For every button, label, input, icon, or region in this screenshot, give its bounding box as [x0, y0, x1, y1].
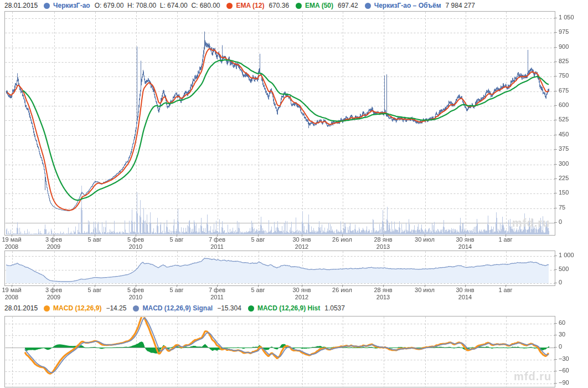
navigator-canvas[interactable] [4, 251, 555, 286]
x-axis-label: 5 авг [169, 236, 183, 243]
y-axis-label: 150 [559, 189, 569, 196]
ema50-value: 697.42 [338, 2, 358, 9]
x-axis-label: 30 янв2012 [292, 287, 311, 301]
y-axis-tick [554, 193, 557, 193]
legend-date: 28.01.2015 [4, 2, 38, 9]
hist-value: 1.0537 [324, 304, 345, 312]
ema12-name: EMA (12) [236, 2, 264, 9]
ema50-name: EMA (50) [305, 2, 333, 9]
x-axis-label: 30 янв2014 [456, 287, 474, 301]
y-axis-label: 600 [559, 101, 569, 108]
y-axis-label: 900 [559, 43, 569, 50]
y-axis-label: 225 [559, 175, 569, 181]
signal-marker-icon [133, 305, 139, 312]
x-axis-label: 19 май2008 [2, 236, 21, 251]
y-axis-tick [554, 105, 557, 106]
macd-chart-canvas[interactable] [4, 316, 555, 387]
x-axis-label: 5 авг [87, 236, 101, 243]
y-axis-label: 675 [559, 87, 569, 94]
x-axis-label: 1 авг [498, 236, 512, 243]
instrument-name: ЧеркизГ-ао [53, 2, 90, 9]
y-axis-label: −90 [559, 379, 569, 386]
watermark-macd: mfd.ru [514, 370, 551, 383]
y-axis-label: 975 [559, 28, 569, 35]
y-axis-label: −30 [559, 355, 569, 362]
y-axis-tick [554, 208, 557, 208]
y-axis-tick [554, 149, 557, 150]
signal-value: −15.304 [217, 304, 241, 312]
volume-marker-icon [365, 3, 371, 9]
x-axis-label: 26 июл [332, 287, 352, 294]
y-axis-label: 300 [559, 160, 569, 167]
x-axis-label: 19 май2008 [2, 287, 21, 301]
x-axis-label: 7 фев2011 [209, 287, 225, 301]
y-axis-label: 825 [559, 58, 569, 64]
y-axis-tick [554, 335, 557, 335]
y-axis-label: 30 [559, 331, 565, 338]
y-axis-label: 0 [559, 218, 562, 225]
x-axis-label: 3 фев2009 [45, 236, 62, 251]
macd-legend: 28.01.2015 MACD (12,26,9) −14.25 MACD (1… [4, 304, 350, 312]
y-axis-tick [554, 359, 557, 360]
x-axis-label: 5 фев2010 [127, 287, 144, 301]
x-axis-label: 7 фев2011 [209, 236, 225, 251]
y-axis-tick [554, 178, 557, 179]
macd-name: MACD (12,26,9) [53, 304, 101, 312]
x-axis-label: 1 авг [498, 287, 512, 294]
x-axis-label: 26 июл [332, 236, 352, 243]
ema12-value: 670.36 [269, 2, 289, 9]
hist-marker-icon [248, 305, 254, 312]
x-axis-label: 30 янв2014 [456, 236, 474, 251]
y-axis-label: 750 [559, 72, 569, 79]
main-chart-legend: 28.01.2015 ЧеркизГ-ао O: 679.00 H: 708.0… [4, 2, 481, 9]
signal-name: MACD (12,26,9) Signal [142, 304, 213, 312]
y-axis-tick [554, 76, 557, 76]
y-axis-tick [554, 32, 557, 33]
macd-value: −14.25 [106, 304, 126, 312]
macd-marker-icon [44, 305, 50, 312]
x-axis-label: 30 июл [415, 287, 435, 294]
macd-legend-date: 28.01.2015 [4, 304, 38, 312]
x-axis-label: 28 янв2013 [374, 236, 392, 251]
x-axis-label: 5 фев2010 [127, 236, 144, 251]
y-axis-tick [554, 283, 557, 283]
y-axis-tick [554, 347, 557, 348]
y-axis-tick [554, 18, 557, 18]
y-axis-label: 500 [559, 266, 569, 272]
hist-name: MACD (12,26,9) Hist [257, 304, 320, 312]
y-axis-label: 375 [559, 145, 569, 152]
y-axis-tick [554, 120, 557, 120]
volume-series-name: ЧеркизГ-ао – Объём [374, 2, 441, 9]
x-axis-label: 5 авг [169, 287, 183, 294]
y-axis-tick [554, 222, 557, 223]
y-axis-label: 1 050 [559, 14, 574, 21]
x-axis-label: 5 авг [251, 236, 265, 243]
y-axis-label: 450 [559, 131, 569, 137]
y-axis-tick [554, 47, 557, 48]
x-axis-label: 5 авг [251, 287, 265, 294]
x-axis-label: 5 авг [87, 287, 101, 294]
y-axis-tick [554, 256, 557, 256]
price-chart-canvas[interactable] [4, 11, 555, 236]
y-axis-label: −60 [559, 367, 569, 374]
y-axis-tick [554, 371, 557, 371]
watermark-main: mfd.ru [512, 217, 550, 229]
y-axis-label: 0 [559, 279, 562, 285]
ema12-marker-icon [226, 3, 233, 9]
y-axis-label: 60 [559, 319, 565, 326]
volume-value: 7 984 277 [446, 2, 475, 9]
y-axis-tick [554, 62, 557, 62]
y-axis-tick [554, 135, 557, 135]
y-axis-tick [554, 91, 557, 91]
x-axis-label: 28 янв2013 [374, 287, 392, 301]
y-axis-tick [554, 323, 557, 324]
x-axis-label: 3 фев2009 [45, 287, 62, 301]
chart-page: 28.01.2015 ЧеркизГ-ао O: 679.00 H: 708.0… [0, 0, 588, 388]
ema50-marker-icon [296, 3, 302, 9]
x-axis-label: 30 июл [415, 236, 435, 243]
instrument-marker-icon [44, 3, 50, 9]
y-axis-tick [554, 164, 557, 165]
y-axis-label: 1 000 [559, 252, 574, 258]
y-axis-tick [554, 383, 557, 384]
y-axis-tick [554, 269, 557, 270]
